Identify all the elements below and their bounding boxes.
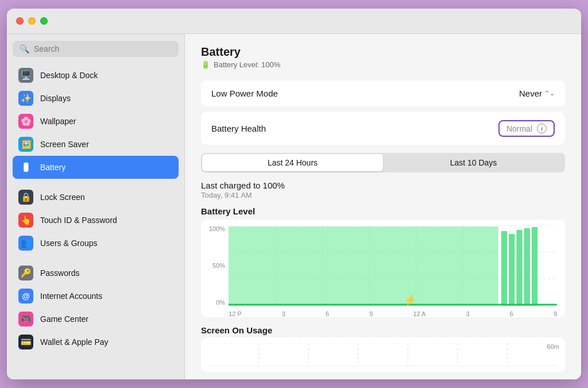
close-button[interactable] xyxy=(16,17,24,25)
svg-marker-10 xyxy=(229,226,498,306)
screen-saver-icon: 🖼️ xyxy=(18,137,33,152)
svg-rect-11 xyxy=(501,231,507,306)
chart-header: Last charged to 100% Today, 9:41 AM xyxy=(201,180,565,199)
svg-text:⚡: ⚡ xyxy=(404,294,417,306)
passwords-label: Passwords xyxy=(40,268,79,278)
low-power-mode-row: Low Power Mode Never ⌃⌄ xyxy=(201,80,565,106)
sidebar-item-battery[interactable]: 🔋Battery xyxy=(13,156,179,179)
x-label-12p: 12 P xyxy=(229,310,242,317)
lock-screen-icon: 🔒 xyxy=(18,190,33,205)
minimize-button[interactable] xyxy=(28,17,36,25)
sidebar-item-internet-accounts[interactable]: @Internet Accounts xyxy=(13,285,179,308)
svg-rect-13 xyxy=(517,230,523,306)
wallet-icon: 💳 xyxy=(18,335,33,349)
sidebar-item-displays[interactable]: ✨Displays xyxy=(13,87,179,110)
displays-label: Displays xyxy=(40,94,71,103)
internet-accounts-label: Internet Accounts xyxy=(40,291,102,301)
stepper-icon: ⌃⌄ xyxy=(544,90,555,97)
sidebar-item-lock-screen[interactable]: 🔒Lock Screen xyxy=(13,186,179,209)
battery-level-text: Battery Level: 100% xyxy=(214,60,280,69)
maximize-button[interactable] xyxy=(40,17,48,25)
sidebar-items-container: 🖥️Desktop & Dock✨Displays🌸Wallpaper🖼️Scr… xyxy=(13,64,179,354)
x-label-9a: 9 xyxy=(369,310,373,317)
touch-id-icon: 👆 xyxy=(18,213,33,228)
y-label-0: 0% xyxy=(216,299,225,306)
touch-id-label: Touch ID & Password xyxy=(40,216,117,225)
battery-icon: 🔋 xyxy=(18,160,33,175)
internet-accounts-icon: @ xyxy=(18,289,33,304)
sidebar-item-game-center[interactable]: 🎮Game Center xyxy=(13,308,179,331)
sidebar: 🔍 🖥️Desktop & Dock✨Displays🌸Wallpaper🖼️S… xyxy=(7,34,185,379)
passwords-icon: 🔑 xyxy=(18,266,33,281)
last-charged-label: Last charged to 100% xyxy=(201,180,565,190)
tab-10d[interactable]: Last 10 Days xyxy=(383,154,564,171)
system-settings-window: 🔍 🖥️Desktop & Dock✨Displays🌸Wallpaper🖼️S… xyxy=(7,9,581,379)
lock-screen-label: Lock Screen xyxy=(40,193,85,202)
page-header: Battery 🔋 Battery Level: 100% xyxy=(201,45,565,69)
tab-24h[interactable]: Last 24 Hours xyxy=(202,154,383,171)
chart-y-labels: 100% 50% 0% xyxy=(209,225,225,306)
time-range-tabs: Last 24 Hours Last 10 Days xyxy=(201,153,565,172)
battery-label: Battery xyxy=(40,163,65,172)
chart-area: 100% 50% 0% xyxy=(209,225,557,317)
svg-rect-15 xyxy=(532,227,537,306)
sidebar-item-screen-saver[interactable]: 🖼️Screen Saver xyxy=(13,133,179,156)
search-input[interactable] xyxy=(34,44,172,53)
info-icon[interactable]: i xyxy=(537,124,547,133)
page-title: Battery xyxy=(201,45,565,59)
screen-saver-label: Screen Saver xyxy=(40,140,89,149)
wallpaper-icon: 🌸 xyxy=(18,114,33,129)
x-label-9b: 9 xyxy=(554,310,557,317)
screen-usage-y-label: 60m xyxy=(547,343,559,350)
sidebar-item-wallpaper[interactable]: 🌸Wallpaper xyxy=(13,110,179,133)
battery-health-value: Normal xyxy=(506,124,532,133)
wallpaper-label: Wallpaper xyxy=(40,117,76,126)
battery-health-value-box[interactable]: Normal i xyxy=(498,120,555,137)
chart-x-labels: 12 P 3 6 9 12 A 3 6 9 xyxy=(229,308,557,322)
low-power-mode-value: Never xyxy=(519,89,542,98)
battery-settings-panel: Battery 🔋 Battery Level: 100% Low Power … xyxy=(185,34,581,379)
desktop-dock-label: Desktop & Dock xyxy=(40,71,98,80)
titlebar xyxy=(7,9,581,34)
x-label-6a: 6 xyxy=(326,310,329,317)
wallet-label: Wallet & Apple Pay xyxy=(40,337,109,347)
x-label-3b: 3 xyxy=(466,310,470,317)
main-content-area: 🔍 🖥️Desktop & Dock✨Displays🌸Wallpaper🖼️S… xyxy=(7,34,581,379)
x-label-6b: 6 xyxy=(510,310,513,317)
battery-small-icon: 🔋 xyxy=(201,60,210,69)
sidebar-item-passwords[interactable]: 🔑Passwords xyxy=(13,262,179,285)
y-label-50: 50% xyxy=(212,262,225,269)
screen-usage-svg xyxy=(209,343,557,366)
battery-health-row: Battery Health Normal i xyxy=(201,112,565,145)
game-center-icon: 🎮 xyxy=(18,312,33,326)
battery-level-chart: 100% 50% 0% xyxy=(201,220,565,317)
y-label-100: 100% xyxy=(209,225,225,232)
users-groups-label: Users & Groups xyxy=(40,239,98,248)
sidebar-item-desktop-dock[interactable]: 🖥️Desktop & Dock xyxy=(13,64,179,87)
users-groups-icon: 👥 xyxy=(18,236,33,251)
battery-level-chart-title: Battery Level xyxy=(201,206,565,216)
sidebar-item-wallet[interactable]: 💳Wallet & Apple Pay xyxy=(13,331,179,354)
desktop-dock-icon: 🖥️ xyxy=(18,68,33,83)
battery-chart-svg: ⚡ xyxy=(229,225,557,306)
svg-rect-14 xyxy=(524,228,530,306)
x-label-12a: 12 A xyxy=(413,310,425,317)
x-label-3a: 3 xyxy=(282,310,285,317)
sidebar-separator xyxy=(13,255,179,262)
low-power-mode-control[interactable]: Never ⌃⌄ xyxy=(519,89,555,98)
game-center-label: Game Center xyxy=(40,314,88,324)
sidebar-item-users-groups[interactable]: 👥Users & Groups xyxy=(13,232,179,255)
search-icon: 🔍 xyxy=(20,44,29,53)
page-subtitle: 🔋 Battery Level: 100% xyxy=(201,60,565,69)
sidebar-separator xyxy=(13,179,179,186)
last-charged-time: Today, 9:41 AM xyxy=(201,191,565,199)
screen-usage-title: Screen On Usage xyxy=(201,325,565,335)
battery-health-label: Battery Health xyxy=(211,124,266,133)
svg-rect-12 xyxy=(509,234,514,306)
sidebar-item-touch-id[interactable]: 👆Touch ID & Password xyxy=(13,209,179,232)
search-bar[interactable]: 🔍 xyxy=(13,41,179,57)
screen-usage-chart: 60m xyxy=(201,337,565,372)
displays-icon: ✨ xyxy=(18,91,33,106)
chart-svg-area: ⚡ 12 P 3 6 9 12 A 3 6 9 xyxy=(229,225,557,317)
low-power-mode-label: Low Power Mode xyxy=(211,89,278,98)
